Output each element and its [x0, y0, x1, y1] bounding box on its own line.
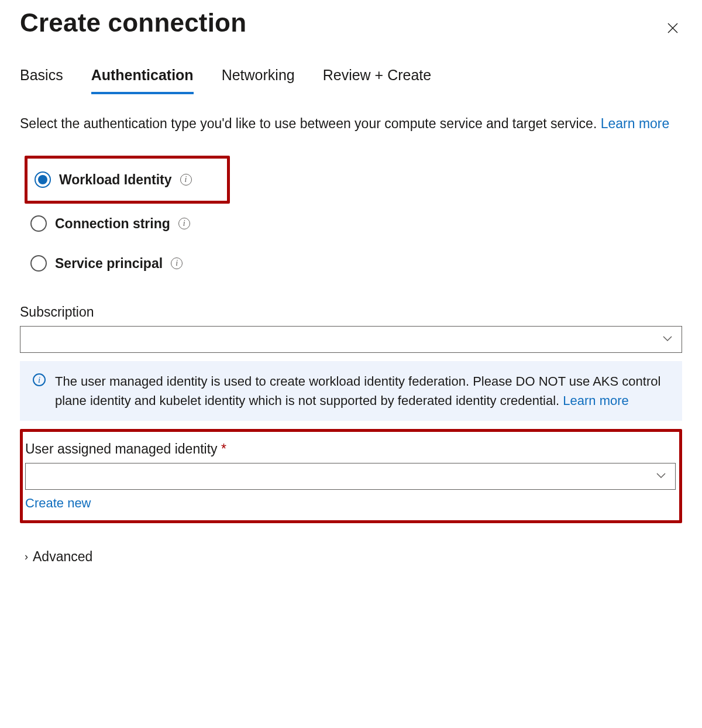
close-icon — [666, 28, 680, 37]
info-icon[interactable]: i — [180, 174, 192, 186]
infobox-text: The user managed identity is used to cre… — [55, 372, 669, 410]
radio-label-service-principal: Service principal — [55, 256, 163, 272]
subscription-field: Subscription — [20, 304, 682, 353]
radio-selected-icon — [35, 171, 51, 188]
tab-basics[interactable]: Basics — [20, 61, 63, 94]
page-title: Create connection — [20, 8, 246, 37]
radio-row-workload-identity[interactable]: Workload Identity i — [29, 159, 192, 201]
chevron-down-icon — [660, 331, 675, 348]
learn-more-link[interactable]: Learn more — [601, 116, 670, 131]
infobox-managed-identity: i The user managed identity is used to c… — [20, 361, 682, 421]
advanced-label: Advanced — [33, 549, 92, 565]
info-icon[interactable]: i — [178, 218, 190, 229]
highlight-workload-identity: Workload Identity i — [25, 156, 230, 204]
info-icon[interactable]: i — [171, 257, 183, 269]
close-button[interactable] — [660, 15, 686, 43]
learn-more-link[interactable]: Learn more — [563, 393, 629, 408]
chevron-down-icon — [654, 468, 668, 485]
tab-authentication[interactable]: Authentication — [91, 61, 194, 94]
uami-label: User assigned managed identity * — [25, 441, 676, 457]
radio-unselected-icon — [30, 255, 47, 272]
auth-type-radio-group: Workload Identity i Connection string i … — [25, 156, 682, 283]
radio-row-connection-string[interactable]: Connection string i — [25, 204, 682, 243]
advanced-toggle[interactable]: › Advanced — [25, 549, 682, 565]
subscription-label: Subscription — [20, 304, 682, 320]
radio-unselected-icon — [30, 215, 47, 232]
radio-label-connection-string: Connection string — [55, 216, 170, 232]
info-icon: i — [33, 373, 46, 386]
tab-networking[interactable]: Networking — [222, 61, 295, 94]
chevron-right-icon: › — [25, 551, 28, 563]
wizard-tabs: Basics Authentication Networking Review … — [20, 61, 682, 94]
required-indicator: * — [221, 441, 226, 456]
intro-text: Select the authentication type you'd lik… — [20, 114, 682, 133]
highlight-user-assigned-identity: User assigned managed identity * Create … — [20, 429, 682, 523]
create-new-link[interactable]: Create new — [25, 496, 676, 511]
tab-review-create[interactable]: Review + Create — [323, 61, 432, 94]
create-connection-blade: Create connection Basics Authentication … — [0, 0, 702, 588]
radio-label-workload-identity: Workload Identity — [59, 172, 172, 188]
uami-dropdown[interactable] — [25, 463, 676, 490]
subscription-dropdown[interactable] — [20, 326, 682, 353]
blade-header: Create connection — [20, 0, 682, 61]
radio-row-service-principal[interactable]: Service principal i — [25, 243, 682, 283]
